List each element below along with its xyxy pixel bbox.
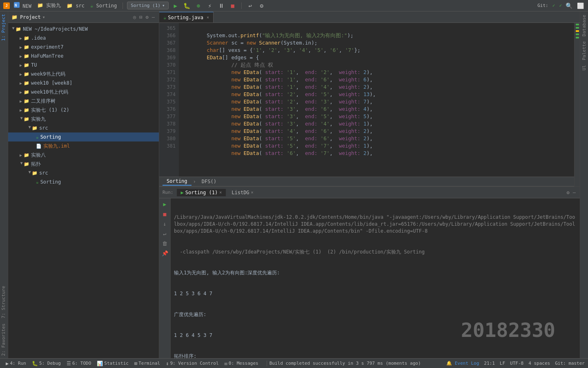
gutter-mark-warn	[576, 30, 579, 32]
tree-week9[interactable]: ▶ 📁 week9书上代码	[8, 70, 159, 79]
code-lines[interactable]: System.out.printf("输入1为无向图, 输入2为有向图:"); …	[179, 23, 574, 177]
favorites-tab[interactable]: 2: Favorites	[0, 321, 8, 358]
vc-icon: ↕	[166, 361, 169, 366]
status-todo-btn[interactable]: ☰ 6: TODO	[64, 360, 94, 367]
root-label: NEW ~/IdeaProjects/NEW	[23, 26, 88, 32]
tree-src[interactable]: ▶ 📁 src	[8, 123, 159, 132]
tree-hafuman[interactable]: ▶ 📁 HaFuManTree	[8, 52, 159, 61]
folder-menu[interactable]: 📁 实验九	[36, 1, 62, 10]
console-scroll-end-btn[interactable]: ↓	[161, 220, 169, 228]
run-button[interactable]: ▶	[171, 1, 180, 10]
sorting2-java-icon: ☕	[36, 180, 39, 185]
status-run-btn[interactable]: ▶ 4: Run	[3, 360, 29, 367]
code-tab-dfs[interactable]: DFS()	[198, 178, 220, 185]
console-output[interactable]: /Library/Java/JavaVirtualMachines/jdk-12…	[171, 198, 580, 358]
console-header: Run: ▶ Sorting (1) × ListDG × ⚙ —	[159, 187, 580, 198]
tab-close-icon[interactable]: ×	[207, 15, 209, 20]
console-minimize-icon[interactable]: —	[572, 189, 577, 196]
main-area: 1: Project 7: Structure 2: Favorites 📁 P…	[0, 11, 588, 358]
active-file-menu[interactable]: ☕ Sorting	[89, 2, 118, 9]
palette-tab[interactable]: Palette	[581, 40, 588, 62]
tree-sorting[interactable]: ☕ Sorting	[8, 132, 159, 141]
week9-label: week9书上代码	[31, 71, 65, 78]
iml-label: 实验九.iml	[43, 143, 70, 150]
code-content[interactable]: 365 366 367 368 369 370 371 372 373 374 …	[159, 23, 574, 177]
exp7-arrow: ▶	[20, 45, 24, 49]
search-button[interactable]: 🔍	[564, 1, 573, 10]
src2-folder-icon: 📁	[32, 171, 38, 176]
collapse-icon[interactable]: ⊟	[138, 13, 143, 21]
event-log-label: Event Log	[455, 361, 479, 366]
maximize-button[interactable]: ⬜	[576, 1, 585, 10]
tree-root[interactable]: ▶ 📁 NEW ~/IdeaProjects/NEW	[8, 25, 159, 34]
tree-week10w8[interactable]: ▶ 📁 week10 [week8]	[8, 79, 159, 88]
tree-sorting2[interactable]: ☕ Sorting	[8, 177, 159, 186]
tree-exp8[interactable]: ▶ 📁 实验八	[8, 150, 159, 159]
debug-button[interactable]: 🐛	[183, 1, 192, 10]
tree-src2[interactable]: ▶ 📁 src	[8, 168, 159, 177]
status-messages-btn[interactable]: ✉ 0: Messages	[222, 360, 261, 367]
console-stop-btn[interactable]: ■	[161, 210, 169, 218]
build-status: Build completed successfully in 3 s 797 …	[270, 361, 421, 366]
status-todo-label: 6: TODO	[72, 361, 91, 366]
line-num-376: 376	[161, 105, 176, 113]
profile-button[interactable]: ⚡	[205, 1, 214, 10]
git-check1: ✓	[552, 3, 555, 8]
project-dropdown[interactable]: ▾	[42, 14, 45, 20]
new-menu[interactable]: N NEW	[12, 1, 33, 10]
editor-area: 365 366 367 368 369 370 371 372 373 374 …	[159, 23, 580, 186]
console-tab-sorting[interactable]: ▶ Sorting (1) ×	[177, 189, 226, 196]
tree-exp7b[interactable]: ▶ 📁 实验七 (1) (2)	[8, 105, 159, 114]
console-settings-icon[interactable]: ⚙	[566, 189, 570, 196]
git-check2: ✓	[559, 3, 562, 8]
minimize-icon[interactable]: —	[151, 13, 156, 21]
event-log-icon: 🔔	[446, 361, 452, 366]
status-terminal-btn[interactable]: ⊞ Terminal	[132, 360, 163, 367]
structure-tab[interactable]: 7: Structure	[0, 283, 8, 321]
console-clear-btn[interactable]: 🗑	[161, 239, 169, 247]
undo-button[interactable]: ↩	[246, 1, 255, 10]
src2-arrow: ▶	[28, 171, 32, 175]
console-pin-btn[interactable]: 📌	[161, 249, 169, 257]
tab-separator: ›	[193, 179, 196, 184]
tree-exp9[interactable]: ▶ 📁 实验九	[8, 114, 159, 123]
status-statistic-btn[interactable]: 📊 Statistic	[94, 360, 131, 367]
status-debug-btn[interactable]: 🐛 5: Debug	[29, 360, 63, 367]
tree-exp7[interactable]: ▶ 📁 experiment7	[8, 43, 159, 52]
terminal-icon: ⊞	[134, 361, 137, 366]
run-coverage-button[interactable]: ⊕	[194, 1, 203, 10]
week10w8-label: week10 [week8]	[31, 80, 72, 86]
ui-tab[interactable]: Ul	[581, 63, 588, 72]
tree-idea[interactable]: ▶ 📁 .idea	[8, 34, 159, 43]
status-vc-btn[interactable]: ↕ 9: Version Control	[163, 360, 221, 367]
week10-label: week10书上代码	[31, 89, 68, 96]
code-tab-sorting[interactable]: Sorting	[163, 177, 192, 186]
settings-icon[interactable]: ⚙	[145, 13, 149, 21]
tree-tuopu[interactable]: ▶ 📁 拓扑	[8, 159, 159, 168]
settings-button[interactable]: ⚙	[257, 1, 266, 10]
console-tab-close-1[interactable]: ×	[219, 190, 222, 195]
console-run-btn[interactable]: ▶	[161, 200, 169, 208]
console-line-2: 1 2 5 3 6 4 7	[174, 290, 577, 297]
console-tab-close-2[interactable]: ×	[251, 190, 254, 195]
stop-button[interactable]: ■	[228, 1, 237, 10]
console-tab-listdg[interactable]: ListDG ×	[227, 189, 257, 196]
project-tab[interactable]: 1: Project	[0, 11, 8, 43]
sorting-tab-label: Sorting.java	[168, 15, 203, 20]
tree-bst[interactable]: ▶ 📁 二叉排序树	[8, 96, 159, 105]
event-log-link[interactable]: 🔔 Event Log	[446, 361, 479, 366]
locate-icon[interactable]: ◎	[132, 13, 137, 21]
database-tab[interactable]: Database	[581, 13, 588, 38]
run-config-dropdown[interactable]: Sorting (1) ▾	[127, 2, 168, 9]
pause-button[interactable]: ⏸	[217, 1, 226, 10]
tree-tu[interactable]: ▶ 📁 TU	[8, 61, 159, 70]
tree-week10[interactable]: ▶ 📁 week10书上代码	[8, 88, 159, 96]
src-menu[interactable]: 📁 src	[65, 2, 86, 9]
editor-tabs: ☕ Sorting.java ×	[159, 11, 580, 23]
src-arrow: ▶	[28, 126, 32, 130]
line-num-373: 373	[161, 83, 176, 91]
tab-sorting-java[interactable]: ☕ Sorting.java ×	[159, 12, 214, 22]
tree-iml[interactable]: 📄 实验九.iml	[8, 141, 159, 150]
console-header-icons: ⚙ —	[566, 189, 577, 196]
console-wrap-btn[interactable]: ↵	[161, 229, 169, 238]
